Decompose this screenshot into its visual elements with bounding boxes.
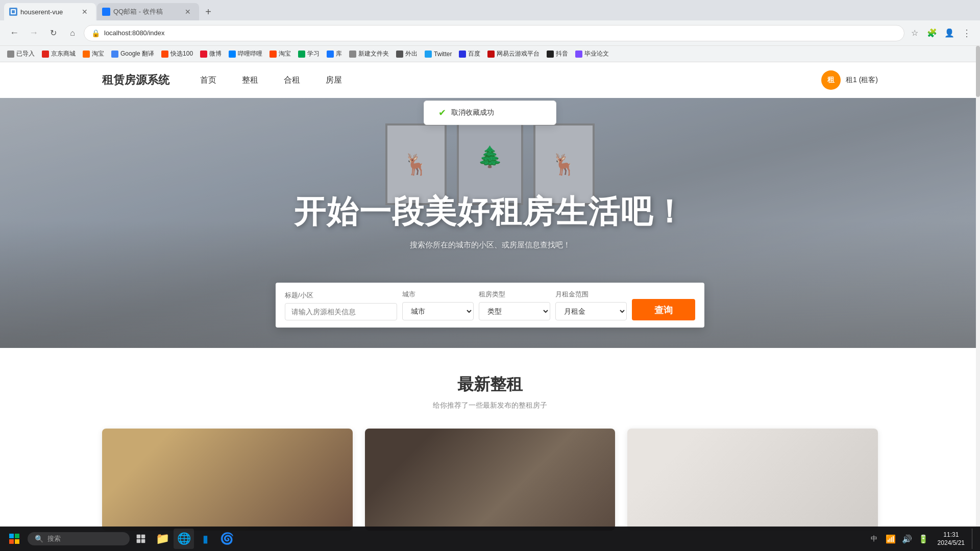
chrome-button[interactable]: 🌐: [174, 529, 194, 549]
file-explorer-icon: 📁: [156, 532, 169, 545]
menu-icon[interactable]: ⋮: [960, 26, 974, 40]
svg-rect-0: [137, 535, 141, 539]
community-label: 标题/小区: [285, 291, 397, 300]
taskbar-search-label: 搜索: [47, 534, 61, 543]
reload-button[interactable]: ↻: [45, 25, 61, 41]
fav-google[interactable]: Google 翻译: [108, 48, 157, 59]
task-view-icon: [136, 534, 146, 544]
nav-home[interactable]: 首页: [200, 75, 216, 86]
active-tab[interactable]: houserent-vue ✕: [4, 3, 96, 20]
scrollbar-thumb[interactable]: [976, 46, 980, 97]
city-label: 城市: [402, 290, 474, 299]
property-card-1[interactable]: [102, 429, 353, 531]
tab-title: houserent-vue: [20, 8, 77, 16]
site-nav: 首页 整租 合租 房屋: [200, 75, 342, 86]
hero-content: 开始一段美好租房生活吧！ 搜索你所在的城市的小区、或房屋信息查找吧！: [294, 190, 686, 250]
fav-outside[interactable]: 外出: [393, 48, 421, 59]
tab2-title: QQ邮箱 - 收件稿: [113, 7, 180, 16]
fav-twitter[interactable]: Twitter: [422, 49, 455, 59]
start-button[interactable]: [4, 529, 24, 549]
show-desktop-button[interactable]: [972, 529, 976, 549]
file-explorer-button[interactable]: 📁: [152, 529, 173, 549]
tray-icons[interactable]: 中: [867, 534, 881, 543]
volume-icon[interactable]: 🔊: [900, 532, 914, 546]
city-select[interactable]: 城市 北京 上海 广州 深圳: [402, 302, 474, 320]
search-community-field: 标题/小区: [285, 291, 397, 320]
taskbar: 🔍 搜索 📁 🌐 ▮ 🌀 中 📶 🔊 🔋: [0, 527, 980, 551]
nav-whole[interactable]: 整租: [242, 75, 258, 86]
price-select[interactable]: 月租金 1000以下 1000-3000 3000-5000 5000以上: [555, 302, 627, 320]
back-button[interactable]: ←: [6, 25, 22, 41]
section-title: 最新整租: [102, 373, 878, 396]
search-price-field: 月租金范围 月租金 1000以下 1000-3000 3000-5000 500…: [555, 290, 627, 320]
card3-image: [627, 429, 878, 531]
twitter-label: Twitter: [434, 51, 452, 58]
date-display: 2024/5/21: [938, 539, 965, 546]
scrollbar[interactable]: [976, 46, 980, 527]
type-label: 租房类型: [479, 290, 550, 299]
user-name[interactable]: 租1 (租客): [846, 76, 878, 85]
fav-jd[interactable]: 京东商城: [39, 48, 79, 59]
inactive-tab[interactable]: QQ邮箱 - 收件稿 ✕: [97, 3, 199, 20]
property-card-2[interactable]: [365, 429, 616, 531]
notification-banner: ✔ 取消收藏成功: [424, 101, 556, 125]
fav-ks[interactable]: 快选100: [158, 48, 196, 59]
nav-house[interactable]: 房屋: [326, 75, 342, 86]
vscode-icon: ▮: [203, 533, 208, 545]
fav-thesis[interactable]: 毕业论文: [572, 48, 612, 59]
tab2-close-icon[interactable]: ✕: [183, 7, 193, 17]
taskbar-search-icon: 🔍: [35, 535, 43, 543]
language-indicator: 中: [871, 534, 877, 543]
search-type-field: 租房类型 类型 整租 合租: [479, 290, 550, 320]
new-tab-button[interactable]: +: [201, 5, 215, 19]
site-logo: 租赁房源系统: [102, 72, 169, 88]
nav-shared[interactable]: 合租: [284, 75, 300, 86]
bookmark-icon[interactable]: ☆: [908, 26, 922, 40]
network-icon[interactable]: 📶: [884, 532, 898, 546]
time-display: 11:31: [943, 531, 959, 538]
home-button[interactable]: ⌂: [64, 25, 81, 41]
fav-newfile[interactable]: 新建文件夹: [346, 48, 392, 59]
hero-title: 开始一段美好租房生活吧！: [294, 190, 686, 233]
system-tray: 中 📶 🔊 🔋 11:31 2024/5/21: [867, 529, 976, 549]
url-bar[interactable]: 🔒 localhost:8080/index: [84, 25, 904, 41]
site-header: 租赁房源系统 首页 整租 合租 房屋 租 租1 (租客): [0, 62, 980, 98]
tab2-favicon: [102, 8, 110, 16]
fav-taobao[interactable]: 淘宝: [80, 48, 107, 59]
search-city-field: 城市 城市 北京 上海 广州 深圳: [402, 290, 474, 320]
fav-douyin[interactable]: 抖音: [544, 48, 571, 59]
taskbar-search[interactable]: 🔍 搜索: [28, 532, 130, 545]
user-section: 租 租1 (租客): [821, 70, 878, 90]
address-bar: ← → ↻ ⌂ 🔒 localhost:8080/index ☆ 🧩 👤 ⋮: [0, 20, 980, 46]
fav-ku[interactable]: 库: [324, 48, 345, 59]
card2-image: [365, 429, 616, 531]
battery-icon[interactable]: 🔋: [916, 532, 930, 546]
fav-netease[interactable]: 网易云游戏平台: [484, 48, 543, 59]
success-icon: ✔: [438, 107, 446, 118]
search-button[interactable]: 查询: [632, 299, 695, 320]
community-input[interactable]: [285, 303, 397, 320]
search-box: 标题/小区 城市 城市 北京 上海 广州 深圳 租房类型 类型 整租: [276, 283, 704, 328]
fav-baidu[interactable]: 百度: [456, 48, 483, 59]
tab-favicon: [9, 8, 17, 16]
hero-section: 🦌 🌲 🦌 开始一段美好租房生活吧！ 搜索你所在的城市的小区、或房屋信息查找吧！…: [0, 98, 980, 348]
type-select[interactable]: 类型 整租 合租: [479, 302, 550, 320]
fav-taobao2[interactable]: 淘宝: [266, 48, 294, 59]
clock[interactable]: 11:31 2024/5/21: [933, 531, 970, 546]
fav-study[interactable]: 学习: [295, 48, 323, 59]
browser-chrome: houserent-vue ✕ QQ邮箱 - 收件稿 ✕ + ← → ↻ ⌂ 🔒…: [0, 0, 980, 62]
forward-button[interactable]: →: [26, 25, 42, 41]
task-view-button[interactable]: [131, 529, 151, 549]
profile-icon[interactable]: 👤: [942, 26, 957, 40]
fav-weibo[interactable]: 微博: [197, 48, 225, 59]
edge-icon: 🌀: [220, 532, 234, 545]
property-card-3[interactable]: [627, 429, 878, 531]
fav-bilibili[interactable]: 哔哩哔哩: [226, 48, 265, 59]
property-grid: [102, 429, 878, 531]
tab-close-icon[interactable]: ✕: [80, 7, 90, 17]
fav-import[interactable]: 已导入: [4, 48, 38, 59]
vscode-button[interactable]: ▮: [195, 529, 215, 549]
url-text: localhost:8080/index: [104, 29, 897, 37]
edge-button[interactable]: 🌀: [216, 529, 237, 549]
extensions-icon[interactable]: 🧩: [925, 26, 939, 40]
